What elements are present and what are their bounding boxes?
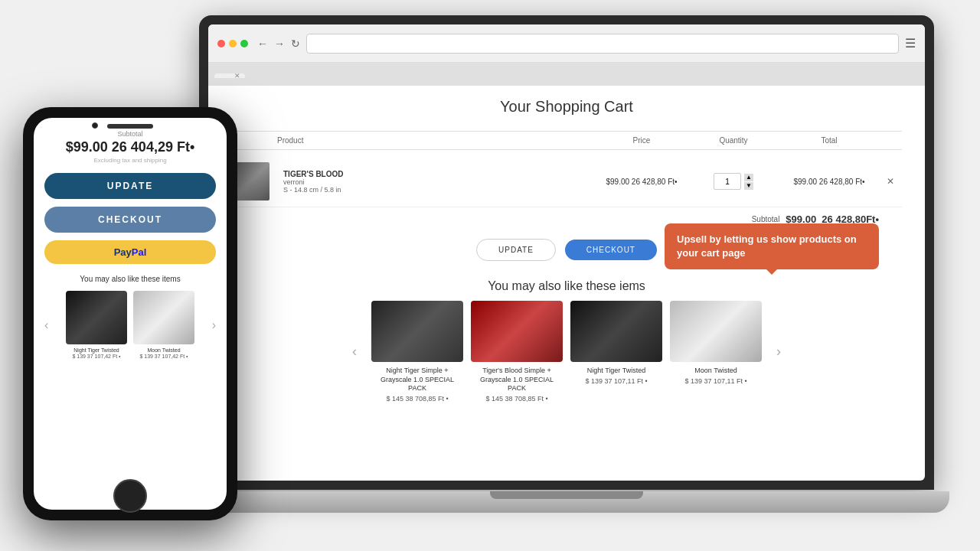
browser-dots [217, 40, 248, 47]
upsell-name-1: Tiger's Blood Simple + Grayscale 1.0 SPE… [471, 367, 563, 393]
phone: Subtotal $99.00 26 404,29 Ft• Excluding … [23, 107, 237, 520]
phone-product-price-1: $ 139 37 107,42 Ft • [133, 354, 194, 359]
upsell-image-0 [371, 301, 463, 362]
upsell-item-3: Moon Twisted $ 139 37 107,11 Ft • [670, 301, 762, 403]
tab-close-button[interactable]: ✕ [234, 72, 240, 80]
update-cart-button[interactable]: UPDATE [476, 239, 556, 261]
phone-carousel-next[interactable]: › [212, 318, 216, 332]
col-total: Total [779, 136, 879, 145]
scene: ← → ↻ ☰ ✕ Your Shopping Cart [0, 0, 980, 551]
product-vendor: verroni [283, 178, 596, 186]
carousel-prev-button[interactable]: ‹ [345, 337, 364, 367]
upsell-image-2 [570, 301, 662, 362]
phone-upsell-title: You may also like these items [44, 275, 216, 283]
carousel-next-button[interactable]: › [769, 337, 788, 367]
phone-upsell-products: ‹ Night Tiger Twisted $ 139 37 107,42 Ft… [44, 291, 216, 359]
upsell-image-1 [471, 301, 563, 362]
phone-screen: Subtotal $99.00 26 404,29 Ft• Excluding … [34, 118, 227, 510]
upsell-item-2: Night Tiger Twisted $ 139 37 107,11 Ft • [570, 301, 662, 403]
upsell-tooltip: Upsell by letting us show products on yo… [665, 223, 879, 269]
upsell-item-0: Night Tiger Simple + Grayscale 1.0 SPECI… [371, 301, 463, 403]
checkout-button[interactable]: CHECKOUT [565, 240, 657, 260]
phone-camera [92, 122, 98, 129]
upsell-img-placeholder-3 [670, 301, 762, 362]
product-name: TIGER'S BLOOD [283, 170, 596, 178]
phone-paypal-button[interactable]: PayPal [44, 240, 216, 264]
cart-table-header: Product Price Quantity Total [231, 131, 902, 150]
upsell-img-placeholder-1 [471, 301, 563, 362]
laptop-body: ← → ↻ ☰ ✕ Your Shopping Cart [199, 15, 934, 490]
phone-carousel-prev[interactable]: ‹ [44, 318, 48, 332]
price-usd: $99.00 [606, 178, 629, 186]
quantity-up[interactable]: ▲ [744, 174, 753, 181]
quantity-down[interactable]: ▼ [744, 182, 753, 190]
phone-home-button[interactable] [113, 479, 147, 513]
remove-item-button[interactable]: ✕ [879, 176, 902, 187]
phone-product-grid: Night Tiger Twisted $ 139 37 107,42 Ft •… [66, 291, 194, 359]
upsell-name-0: Night Tiger Simple + Grayscale 1.0 SPECI… [371, 367, 463, 393]
upsell-price-0: $ 145 38 708,85 Ft • [371, 395, 463, 403]
address-bar[interactable] [306, 34, 899, 54]
paypal-icon: PayPal [114, 246, 147, 258]
subtotal-label: Subtotal [752, 215, 780, 223]
tab-bar: ✕ [208, 63, 925, 86]
forward-button[interactable]: → [274, 37, 285, 50]
upsell-price-1: $ 145 38 708,85 Ft • [471, 395, 563, 403]
back-button[interactable]: ← [257, 37, 268, 50]
col-remove [879, 136, 902, 145]
browser-tab[interactable]: ✕ [214, 73, 245, 78]
col-empty [231, 136, 277, 145]
dot-green[interactable] [240, 40, 248, 47]
upsell-item-1: Tiger's Blood Simple + Grayscale 1.0 SPE… [471, 301, 563, 403]
col-quantity: Quantity [688, 136, 779, 145]
phone-product-item-1: Moon Twisted $ 139 37 107,42 Ft • [133, 291, 194, 359]
col-price: Price [596, 136, 688, 145]
page-title: Your Shopping Cart [231, 98, 902, 116]
upsell-section-title: You may also like these iems [231, 279, 902, 293]
phone-product-name-1: Moon Twisted [133, 347, 194, 354]
laptop: ← → ↻ ☰ ✕ Your Shopping Cart [199, 15, 934, 536]
phone-subtotal-label: Subtotal [44, 130, 216, 138]
phone-subtotal-amount: $99.00 26 404,29 Ft• [44, 139, 216, 155]
upsell-image-3 [670, 301, 762, 362]
phone-product-price-0: $ 139 37 107,42 Ft • [66, 354, 127, 359]
cart-row: TIGER'S BLOOD verroni S - 14.8 cm / 5.8 … [231, 156, 902, 207]
phone-product-item-0: Night Tiger Twisted $ 139 37 107,42 Ft • [66, 291, 127, 359]
upsell-img-placeholder-2 [570, 301, 662, 362]
laptop-base [184, 491, 949, 513]
total-huf: 26 428,80 Ft• [819, 178, 865, 186]
browser-content: Your Shopping Cart Product Price Quantit… [208, 86, 925, 481]
total-cell: $99.00 26 428,80 Ft• [779, 178, 879, 186]
product-variant: S - 14.8 cm / 5.8 in [283, 186, 596, 194]
dot-yellow[interactable] [229, 40, 237, 47]
upsell-products: ‹ Night Tiger Simple + Grayscale 1.0 SPE… [231, 301, 902, 403]
price-huf: 26 428,80 Ft• [632, 178, 678, 186]
price-cell: $99.00 26 428,80 Ft• [596, 178, 688, 186]
upsell-name-2: Night Tiger Twisted [570, 367, 662, 376]
dot-red[interactable] [217, 40, 225, 47]
phone-subtotal-note: Excluding tax and shipping [44, 157, 216, 164]
upsell-img-placeholder-0 [371, 301, 463, 362]
browser-chrome: ← → ↻ ☰ [208, 24, 925, 63]
phone-product-name-0: Night Tiger Twisted [66, 347, 127, 354]
phone-product-image-1 [133, 291, 194, 344]
quantity-arrows: ▲ ▼ [744, 174, 753, 190]
browser-nav: ← → ↻ [257, 37, 300, 50]
phone-update-button[interactable]: UPDATE [44, 173, 216, 199]
phone-speaker [107, 124, 153, 129]
phone-checkout-button[interactable]: CHECKOUT [44, 207, 216, 233]
upsell-price-2: $ 139 37 107,11 Ft • [570, 377, 662, 385]
upsell-price-3: $ 139 37 107,11 Ft • [670, 377, 762, 385]
quantity-input[interactable] [714, 173, 741, 190]
refresh-button[interactable]: ↻ [291, 37, 300, 50]
product-info: TIGER'S BLOOD verroni S - 14.8 cm / 5.8 … [277, 170, 596, 194]
upsell-grid: Night Tiger Simple + Grayscale 1.0 SPECI… [364, 301, 769, 403]
quantity-cell: ▲ ▼ [688, 173, 779, 190]
upsell-name-3: Moon Twisted [670, 367, 762, 376]
total-usd: $99.00 [793, 178, 817, 186]
phone-product-image-0 [66, 291, 127, 344]
laptop-screen: ← → ↻ ☰ ✕ Your Shopping Cart [208, 24, 925, 481]
menu-icon[interactable]: ☰ [905, 36, 916, 51]
col-product: Product [277, 136, 596, 145]
